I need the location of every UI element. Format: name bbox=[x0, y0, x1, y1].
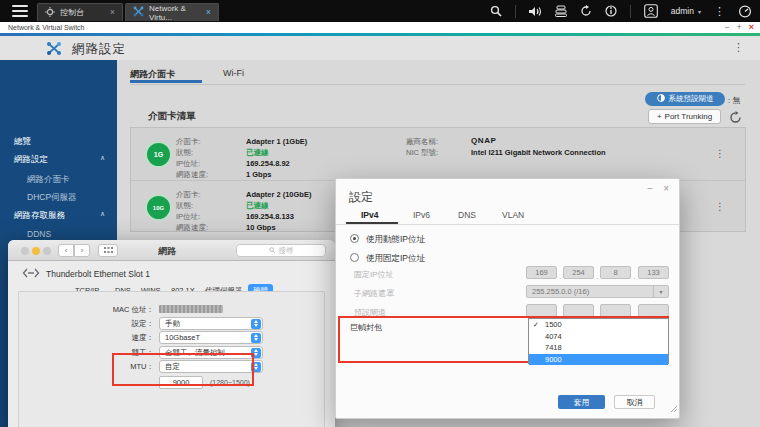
mtu-value-input[interactable] bbox=[159, 376, 203, 389]
background-tasks-icon[interactable] bbox=[555, 5, 567, 17]
status-value: 已連線 bbox=[246, 147, 269, 158]
dialog-minimize-icon[interactable]: − bbox=[647, 184, 653, 194]
mtu-range-hint: (1280~1500) bbox=[210, 379, 250, 386]
sidebar-item-overview[interactable]: 總覽 bbox=[0, 136, 117, 151]
user-avatar-icon[interactable] bbox=[644, 4, 658, 18]
duplex-select[interactable]: 全雙工、流量控制 bbox=[159, 346, 263, 359]
dialog-close-icon[interactable]: × bbox=[663, 184, 669, 194]
apply-button[interactable]: 套用 bbox=[558, 395, 605, 409]
tab-ipv4[interactable]: IPv4 bbox=[361, 210, 379, 220]
gateway-octet-4[interactable] bbox=[638, 304, 669, 317]
taskbar-tab-label: 控制台 bbox=[60, 7, 84, 18]
tab-ipv6[interactable]: IPv6 bbox=[413, 210, 430, 220]
adapter-name: Adapter 1 (1GbE) bbox=[246, 136, 307, 147]
adapter-row-1[interactable]: 1G 介面卡: 狀態: IP位址: 網路速度: Adapter 1 (1GbE)… bbox=[131, 128, 745, 180]
zoom-traffic-light[interactable] bbox=[43, 247, 51, 255]
sync-icon[interactable] bbox=[580, 5, 592, 17]
refresh-icon[interactable] bbox=[729, 110, 742, 128]
dropdown-arrow-icon: ▾ bbox=[653, 286, 668, 297]
info-icon[interactable] bbox=[605, 5, 617, 17]
admin-username: admin bbox=[671, 6, 694, 16]
tab-wifi[interactable]: Wi-Fi bbox=[223, 68, 244, 78]
admin-menu[interactable]: admin ▾ bbox=[671, 6, 701, 16]
mac-address-label: MAC 位址： bbox=[49, 305, 154, 315]
radio-dot bbox=[353, 237, 356, 240]
close-icon[interactable]: × bbox=[110, 8, 115, 17]
ip-octet-4[interactable]: 133 bbox=[638, 266, 669, 279]
jumbo-option-9000[interactable]: 9000 bbox=[529, 354, 668, 366]
thunderbolt-icon bbox=[22, 268, 40, 280]
subnet-mask-select[interactable]: 255.255.0.0 (/16) ▾ bbox=[526, 285, 669, 298]
active-tab-underline bbox=[130, 80, 202, 83]
nic-label: NIC 型號: bbox=[406, 147, 438, 158]
more-options-icon[interactable]: ⋮ bbox=[714, 6, 725, 17]
ip-label: IP位址: bbox=[176, 211, 200, 222]
system-default-gateway-value: : 無 bbox=[728, 95, 740, 106]
close-icon[interactable]: × bbox=[206, 8, 211, 17]
jumbo-option-4074[interactable]: 4074 bbox=[529, 331, 668, 343]
close-icon[interactable]: × bbox=[749, 23, 754, 32]
search-icon[interactable] bbox=[490, 5, 502, 17]
configure-select[interactable]: 手動 bbox=[159, 317, 263, 330]
status-label: 狀態: bbox=[176, 147, 193, 158]
taskbar-tab-control-panel[interactable]: 控制台 × bbox=[37, 3, 123, 21]
back-button[interactable]: ‹ bbox=[58, 244, 74, 257]
sidebar-item-network-settings[interactable]: 網路設定 ∧ bbox=[0, 154, 117, 169]
app-header: 網路設定 ⋮ bbox=[0, 36, 760, 60]
resize-handle-icon[interactable] bbox=[671, 398, 677, 416]
status-label: 狀態: bbox=[176, 200, 193, 211]
subnet-mask-label: 子網路遮罩 bbox=[354, 288, 394, 299]
search-placeholder: 搜尋 bbox=[279, 246, 294, 256]
minimize-traffic-light[interactable] bbox=[32, 247, 40, 255]
view-all-icon[interactable] bbox=[98, 244, 118, 257]
speed-select[interactable]: 10GbaseT bbox=[159, 331, 263, 344]
duplex-label: 雙工： bbox=[49, 348, 154, 358]
gateway-octet-3[interactable] bbox=[600, 304, 631, 317]
port-trunking-button[interactable]: + Port Trunking bbox=[648, 109, 721, 124]
gateway-octet-2[interactable] bbox=[563, 304, 594, 317]
settings-dialog: − × 設定 IPv4 IPv6 DNS VLAN 使用動態IP位址 使用固定I… bbox=[335, 178, 680, 419]
adapter-name: Adapter 2 (10GbE) bbox=[246, 189, 311, 200]
dynamic-ip-label: 使用動態IP位址 bbox=[366, 234, 425, 246]
jumbo-option-7418[interactable]: 7418 bbox=[529, 342, 668, 354]
sidebar-item-network-interfaces[interactable]: 網路介面卡 bbox=[0, 174, 117, 189]
adapter-label: 介面卡: bbox=[176, 136, 201, 147]
forward-button[interactable]: › bbox=[74, 244, 90, 257]
gateway-octet-1[interactable] bbox=[526, 304, 557, 317]
dynamic-ip-radio[interactable] bbox=[350, 234, 359, 243]
ip-octet-2[interactable]: 254 bbox=[563, 266, 594, 279]
ip-octet-3[interactable]: 8 bbox=[600, 266, 631, 279]
sidebar-item-dhcp-server[interactable]: DHCP伺服器 bbox=[0, 192, 117, 207]
dashboard-gauge-icon[interactable] bbox=[738, 5, 752, 18]
adapter-menu-icon[interactable]: ⋮ bbox=[715, 201, 725, 212]
ip-value: 169.254.8.92 bbox=[246, 158, 290, 169]
static-ip-radio[interactable] bbox=[350, 253, 359, 262]
divider bbox=[336, 224, 679, 225]
close-traffic-light[interactable] bbox=[21, 247, 29, 255]
check-icon: ✓ bbox=[533, 321, 539, 329]
cancel-button[interactable]: 取消 bbox=[614, 395, 655, 409]
page-more-options-icon[interactable]: ⋮ bbox=[733, 41, 744, 54]
toggle-icon bbox=[657, 94, 665, 104]
system-default-gateway-button[interactable]: 系統預設閘道 bbox=[645, 92, 725, 106]
ip-octet-1[interactable]: 169 bbox=[526, 266, 557, 279]
adapter-menu-icon[interactable]: ⋮ bbox=[715, 148, 725, 159]
jumbo-option-1500[interactable]: ✓ 1500 bbox=[529, 319, 668, 331]
tab-dns[interactable]: DNS bbox=[458, 210, 476, 220]
mtu-select[interactable]: 自定 bbox=[159, 360, 263, 373]
sidebar-item-network-access[interactable]: 網路存取服務 ∧ bbox=[0, 210, 117, 225]
taskbar-tab-network-switch[interactable]: Network & Virtu... × bbox=[125, 3, 219, 21]
main-menu-icon[interactable] bbox=[12, 5, 28, 17]
search-input[interactable]: 搜尋 bbox=[236, 244, 326, 257]
minimize-icon[interactable]: − bbox=[724, 23, 729, 32]
tab-vlan[interactable]: VLAN bbox=[502, 210, 524, 220]
macos-titlebar[interactable]: ‹ › 網路 搜尋 bbox=[8, 240, 335, 261]
stepper-icon bbox=[251, 333, 261, 343]
ip-value: 169.254.8.133 bbox=[246, 211, 294, 222]
maximize-icon[interactable]: + bbox=[736, 23, 741, 32]
jumbo-frame-dropdown: ✓ 1500 4074 7418 9000 bbox=[528, 318, 669, 364]
speed-label: 網路速度: bbox=[176, 169, 208, 180]
speed-label: 速度： bbox=[49, 333, 154, 343]
volume-icon[interactable] bbox=[529, 6, 542, 17]
speed-value: 1 Gbps bbox=[246, 169, 271, 180]
